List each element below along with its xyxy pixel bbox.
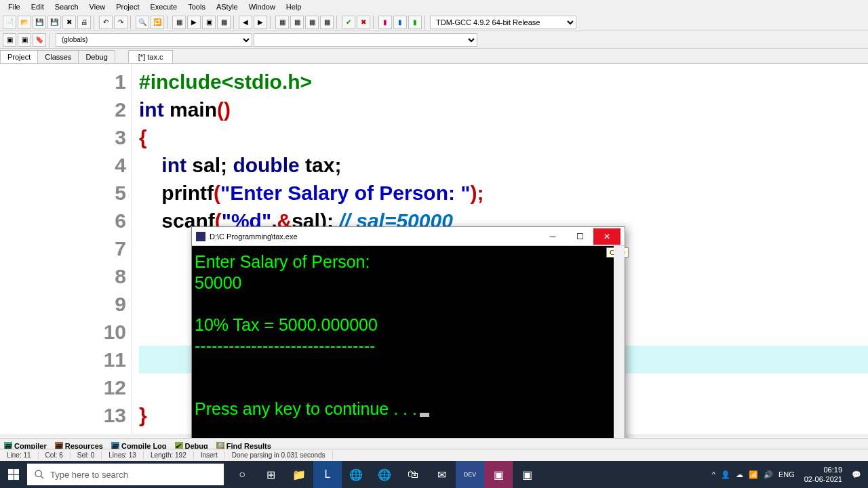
compilerun-icon[interactable]: ▣ xyxy=(202,16,216,29)
fwd-icon[interactable]: ▶ xyxy=(254,16,267,29)
lang-indicator[interactable]: ENG xyxy=(778,470,795,479)
menu-tools[interactable]: Tools xyxy=(182,1,211,12)
search-placeholder: Type here to search xyxy=(50,470,128,480)
cortana-icon[interactable]: ○ xyxy=(228,461,256,488)
app2-icon[interactable]: ▣ xyxy=(484,461,513,488)
status-length: Length: 192 xyxy=(144,451,194,459)
mail-icon[interactable]: ✉ xyxy=(427,461,456,488)
find-icon[interactable]: 🔍 xyxy=(136,16,149,29)
goto1-icon[interactable]: ▣ xyxy=(3,33,16,47)
svg-point-0 xyxy=(35,470,41,476)
run-icon[interactable]: ▶ xyxy=(187,16,201,29)
notifications-icon[interactable]: 💬 xyxy=(852,470,861,479)
grid4-icon[interactable]: ▦ xyxy=(320,16,334,29)
menu-bar: File Edit Search View Project Execute To… xyxy=(0,0,868,14)
open-icon[interactable]: 📂 xyxy=(18,16,31,29)
debug-icon[interactable]: ✔ xyxy=(342,16,355,29)
minimize-button[interactable]: ─ xyxy=(539,228,566,245)
status-col: Col: 6 xyxy=(39,451,71,459)
compiler-select[interactable]: TDM-GCC 4.9.2 64-bit Release xyxy=(430,16,576,29)
compile-icon[interactable]: ▦ xyxy=(172,16,186,29)
edge-icon[interactable]: 🌐 xyxy=(370,461,399,488)
close-button[interactable]: ✕ xyxy=(593,228,620,245)
console-output[interactable]: Enter Salary of Person: 50000 10% Tax = … xyxy=(192,246,625,425)
toolbar-nav: ▣ ▣ 🔖 (globals) xyxy=(0,31,868,49)
status-mode: Insert xyxy=(194,451,225,459)
status-msg: Done parsing in 0.031 seconds xyxy=(225,451,333,459)
volume-icon[interactable]: 🔊 xyxy=(764,470,773,479)
functions-select[interactable] xyxy=(254,33,477,47)
taskbar-clock[interactable]: 06:19 02-06-2021 xyxy=(800,465,846,484)
grid2-icon[interactable]: ▦ xyxy=(290,16,304,29)
status-lines: Lines: 13 xyxy=(102,451,144,459)
saveall-icon[interactable]: 💾 xyxy=(47,16,61,29)
tab-classes[interactable]: Classes xyxy=(37,50,79,63)
taskbar-search[interactable]: Type here to search xyxy=(27,464,224,485)
search-icon xyxy=(34,469,45,480)
windows-taskbar: Type here to search ○ ⊞ 📁 L 🌐 🌐 🛍 ✉ DEV … xyxy=(0,461,868,488)
bookmark-icon[interactable]: 🔖 xyxy=(33,33,46,47)
globals-select[interactable]: (globals) xyxy=(56,33,252,47)
stop-icon[interactable]: ✖ xyxy=(357,16,370,29)
print-icon[interactable]: 🖨 xyxy=(77,16,91,29)
maximize-button[interactable]: ☐ xyxy=(566,228,593,245)
app1-icon[interactable]: L xyxy=(313,461,342,488)
status-sel: Sel: 0 xyxy=(71,451,102,459)
menu-astyle[interactable]: AStyle xyxy=(211,1,243,12)
task-icons: ○ ⊞ 📁 L 🌐 🌐 🛍 ✉ DEV ▣ ▣ xyxy=(228,461,541,488)
back-icon[interactable]: ◀ xyxy=(239,16,252,29)
goto2-icon[interactable]: ▣ xyxy=(18,33,31,47)
tray-up-icon[interactable]: ^ xyxy=(712,470,715,479)
console-title-text: D:\C Programming\tax.exe xyxy=(210,232,298,241)
menu-execute[interactable]: Execute xyxy=(144,1,182,12)
console-icon xyxy=(196,232,205,241)
system-tray: ^ 👤 ☁ 📶 🔊 ENG 06:19 02-06-2021 💬 xyxy=(705,465,868,484)
tab-project[interactable]: Project xyxy=(0,50,38,63)
menu-window[interactable]: Window xyxy=(243,1,281,12)
tab-debug[interactable]: Debug xyxy=(78,50,115,63)
grid1-icon[interactable]: ▦ xyxy=(275,16,289,29)
status-line: Line: 11 xyxy=(0,451,39,459)
menu-search[interactable]: Search xyxy=(50,1,84,12)
replace-icon[interactable]: 🔁 xyxy=(151,16,164,29)
chart2-icon[interactable]: ▮ xyxy=(393,16,407,29)
tab-row: Project Classes Debug [*] tax.c xyxy=(0,49,868,64)
windows-logo-icon xyxy=(8,469,19,480)
svg-line-1 xyxy=(41,476,43,479)
menu-project[interactable]: Project xyxy=(111,1,144,12)
store-icon[interactable]: 🛍 xyxy=(399,461,427,488)
menu-file[interactable]: File xyxy=(3,1,26,12)
file-tab[interactable]: [*] tax.c xyxy=(128,50,174,63)
menu-help[interactable]: Help xyxy=(281,1,307,12)
console-scrollbar[interactable] xyxy=(614,246,625,449)
grid3-icon[interactable]: ▦ xyxy=(305,16,319,29)
onedrive-icon[interactable]: ☁ xyxy=(736,470,743,479)
menu-view[interactable]: View xyxy=(84,1,111,12)
start-button[interactable] xyxy=(0,461,27,488)
explorer-icon[interactable]: 📁 xyxy=(285,461,313,488)
console-window: D:\C Programming\tax.exe ─ ☐ ✕ Close Ent… xyxy=(191,226,625,450)
menu-edit[interactable]: Edit xyxy=(26,1,50,12)
toolbar-main: 📄 📂 💾 💾 ✖ 🖨 ↶ ↷ 🔍 🔁 ▦ ▶ ▣ ▦ ◀ ▶ ▦ ▦ ▦ ▦ … xyxy=(0,14,868,31)
chrome-icon[interactable]: 🌐 xyxy=(342,461,370,488)
redo-icon[interactable]: ↷ xyxy=(114,16,127,29)
wifi-icon[interactable]: 📶 xyxy=(749,470,758,479)
rebuild-icon[interactable]: ▦ xyxy=(217,16,231,29)
undo-icon[interactable]: ↶ xyxy=(99,16,113,29)
line-gutter: 12345678910111213 xyxy=(0,64,132,434)
new-icon[interactable]: 📄 xyxy=(3,16,16,29)
devcpp-icon[interactable]: DEV xyxy=(456,461,484,488)
status-bar: Line: 11 Col: 6 Sel: 0 Lines: 13 Length:… xyxy=(0,449,868,461)
console-titlebar[interactable]: D:\C Programming\tax.exe ─ ☐ ✕ xyxy=(192,227,625,246)
chart1-icon[interactable]: ▮ xyxy=(378,16,392,29)
console-task-icon[interactable]: ▣ xyxy=(513,461,541,488)
chart3-icon[interactable]: ▮ xyxy=(408,16,422,29)
close-icon[interactable]: ✖ xyxy=(62,16,76,29)
people-icon[interactable]: 👤 xyxy=(721,470,730,479)
save-icon[interactable]: 💾 xyxy=(33,16,46,29)
taskview-icon[interactable]: ⊞ xyxy=(256,461,285,488)
